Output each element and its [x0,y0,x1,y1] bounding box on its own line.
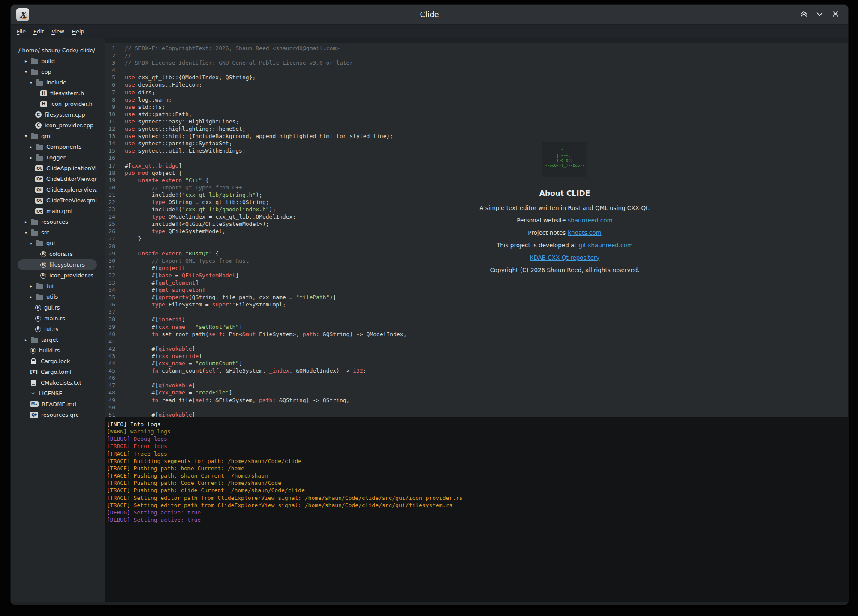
tree-item-include[interactable]: ▾include [18,77,97,88]
code-line-2: 2// [105,52,848,59]
tree-item-qml[interactable]: ▾qml [18,131,97,141]
expand-arrow-icon[interactable]: ▸ [30,284,36,288]
folder-icon [36,295,43,300]
tree-label: Cargo.toml [41,369,72,375]
tree-label: icon_provider.h [50,101,93,107]
tree-item-tui[interactable]: ▸tui [18,281,97,291]
tree-item-ClideTreeView.qml[interactable]: QtClideTreeView.qml [18,195,97,206]
tree-item-gui[interactable]: ▾gui [18,238,97,249]
tree-item-resources[interactable]: ▸resources [18,216,97,227]
tree-item-main.qml[interactable]: Qtmain.qml [18,206,97,216]
tree-label: icon_provider.rs [49,272,93,279]
tree-item-colors.rs[interactable]: Rcolors.rs [18,249,97,259]
tree-item-Cargo.toml[interactable]: [T]Cargo.toml [18,367,97,377]
tree-item-Logger[interactable]: ▸Logger [18,152,97,163]
expand-arrow-icon[interactable]: ▸ [25,59,31,63]
tree-item-gui.rs[interactable]: Rgui.rs [18,302,97,313]
tree-item-tui.rs[interactable]: Rtui.rs [18,324,97,334]
about-row: A simple text editor written in Rust and… [445,201,685,214]
menu-item-help[interactable]: Help [68,27,88,36]
tree-item-build[interactable]: ▸build [18,56,97,66]
line-number: 21 [105,191,120,198]
tree-label: resources.qrc [41,412,79,418]
tree-label: build [41,58,55,64]
tree-root-path[interactable]: / home/ shaun/ Code/ clide/ [18,45,97,56]
code-editor[interactable]: 1// SPDX-FileCopyrightText: 2026, Shaun … [105,43,848,417]
menu-item-edit[interactable]: Edit [30,27,48,36]
log-line-trace: [TRACE] Building segments for path: /hom… [107,457,848,465]
tree-item-README.md[interactable]: M↓README.md [18,399,97,409]
tree-label: Cargo.lock [41,358,70,364]
collapse-arrow-icon[interactable]: ▾ [30,81,36,85]
tree-item-utils[interactable]: ▸utils [18,291,97,302]
line-number: 6 [105,81,120,88]
line-number: 3 [105,59,120,66]
chevron-down-icon [816,10,824,19]
line-number: 37 [105,308,120,316]
about-link[interactable]: KDAB CXX-Qt repository [530,254,600,261]
rs-file-icon: R [40,262,46,268]
tree-item-filesystem.h[interactable]: Hfilesystem.h [18,88,97,99]
tree-label: ClideTreeView.qml [46,197,97,204]
collapse-arrow-icon[interactable]: ▾ [30,241,36,246]
expand-arrow-icon[interactable]: ▸ [30,145,36,149]
folder-icon [36,284,43,289]
shade-window-button[interactable] [799,10,808,19]
tree-item-resources.qrc[interactable]: Qtresources.qrc [18,409,97,420]
expand-arrow-icon[interactable]: ▸ [30,295,36,299]
line-number: 38 [105,316,120,323]
log-line-warn: [WARN] Warning logs [107,428,848,435]
tree-item-filesystem.cpp[interactable]: Cfilesystem.cpp [18,109,97,120]
expand-arrow-icon[interactable]: ▸ [25,220,31,224]
tree-item-filesystem.rs[interactable]: Rfilesystem.rs [18,259,97,270]
tree-item-target[interactable]: ▸target [18,334,97,345]
tree-item-cpp[interactable]: ▾cpp [18,66,97,77]
tree-item-ClideEditorView.qml[interactable]: QtClideEditorView.qml [18,174,97,184]
code-line-7: 7use dirs; [105,89,848,96]
tree-item-ClideExplorerView.qml[interactable]: QtClideExplorerView.qml [18,184,97,195]
tree-item-icon_provider.rs[interactable]: Ricon_provider.rs [18,270,97,281]
menu-bar: FileEditViewHelp [11,25,848,39]
lock-file-icon [31,361,36,364]
tree-item-main.rs[interactable]: Rmain.rs [18,313,97,324]
minimize-window-button[interactable] [815,10,824,19]
about-link[interactable]: shaunreed.com [568,217,613,224]
tree-label: tui.rs [44,326,58,332]
file-tree: / home/ shaun/ Code/ clide/▸build▾cpp▾in… [11,45,105,420]
tree-item-Cargo.lock[interactable]: Cargo.lock [18,356,97,367]
tree-label: cpp [41,69,51,75]
tree-item-icon_provider.cpp[interactable]: Cicon_provider.cpp [18,120,97,131]
log-console[interactable]: [INFO] Info logs[WARN] Warning logs[DEBU… [105,417,848,602]
menu-item-view[interactable]: View [48,27,68,36]
expand-arrow-icon[interactable]: ▸ [30,156,36,160]
tree-item-src[interactable]: ▾src [18,227,97,238]
about-text: Personal website [517,217,566,224]
expand-arrow-icon[interactable]: ▸ [25,338,31,342]
menu-item-file[interactable]: File [13,27,30,36]
collapse-arrow-icon[interactable]: ▾ [25,70,31,74]
tree-label: main.qml [46,208,72,214]
tree-item-LICENSE[interactable]: ✶LICENSE [18,388,97,399]
about-link[interactable]: git.shaunreed.com [579,242,633,249]
code-line-50: 50 [105,404,848,411]
about-link[interactable]: knoats.com [568,229,601,236]
tree-label: build.rs [39,347,60,354]
close-window-button[interactable] [831,10,840,19]
collapse-arrow-icon[interactable]: ▾ [25,231,31,235]
file-explorer-sidebar[interactable]: / home/ shaun/ Code/ clide/▸build▾cpp▾in… [11,38,105,602]
tree-item-CMakeLists.txt[interactable]: CMakeLists.txt [18,377,97,388]
app-icon [16,8,29,21]
line-number: 2 [105,52,120,59]
line-number: 40 [105,331,120,338]
line-number: 30 [105,257,120,264]
tree-label: ClideEditorView.qml [46,176,97,182]
tree-item-ClideApplicationView.qml[interactable]: QtClideApplicationView.qml [18,163,97,174]
tree-item-icon_provider.h[interactable]: Hicon_provider.h [18,99,97,109]
collapse-arrow-icon[interactable]: ▾ [25,134,31,138]
tree-item-build.rs[interactable]: Rbuild.rs [18,345,97,356]
tree-label: README.md [42,401,76,407]
title-bar[interactable]: Clide [11,5,848,25]
rs-file-icon: R [40,273,46,279]
log-line-error: [ERROR] Error logs [107,442,848,450]
tree-item-Components[interactable]: ▸Components [18,141,97,152]
